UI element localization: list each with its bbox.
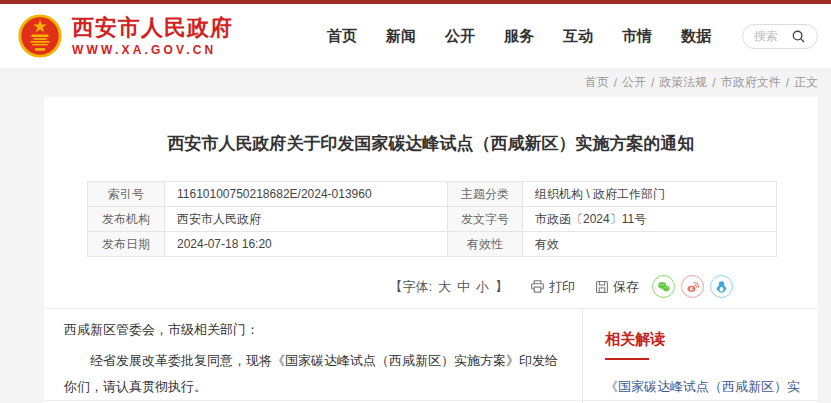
meta-value-issuing-agency: 西安市人民政府 bbox=[165, 207, 448, 232]
breadcrumb-item-public[interactable]: 公开 bbox=[622, 74, 646, 91]
article-card: 西安市人民政府关于印发国家碳达峰试点（西咸新区）实施方案的通知 索引号 1161… bbox=[44, 97, 818, 403]
print-label: 打印 bbox=[549, 278, 575, 296]
breadcrumb-item-policy[interactable]: 政策法规 bbox=[659, 74, 707, 91]
font-size-medium-button[interactable]: 中 bbox=[457, 278, 470, 296]
print-button[interactable]: 打印 bbox=[530, 278, 575, 296]
search-box[interactable] bbox=[742, 24, 818, 49]
meta-value-validity: 有效 bbox=[523, 232, 777, 257]
meta-label-index-number: 索引号 bbox=[88, 182, 165, 207]
bottom-divider bbox=[44, 400, 818, 401]
save-icon bbox=[595, 280, 609, 294]
meta-value-publish-date: 2024-07-18 16:20 bbox=[165, 232, 448, 257]
table-row: 发布机构 西安市人民政府 发文字号 市政函〔2024〕11号 bbox=[88, 207, 777, 232]
qq-icon bbox=[714, 279, 729, 294]
breadcrumb-separator: / bbox=[786, 76, 789, 90]
nav-item-interaction[interactable]: 互动 bbox=[563, 27, 593, 46]
table-row: 发布日期 2024-07-18 16:20 有效性 有效 bbox=[88, 232, 777, 257]
article-toolbar: 【字体: 大 中 小 】 打印 bbox=[44, 257, 818, 308]
table-row: 索引号 11610100750218682E/2024-013960 主题分类 … bbox=[88, 182, 777, 207]
related-interpretation-link[interactable]: 《国家碳达峰试点（西咸新区）实施方案》政策解读 bbox=[605, 374, 800, 403]
nav-item-news[interactable]: 新闻 bbox=[386, 27, 416, 46]
save-button[interactable]: 保存 bbox=[595, 278, 639, 296]
save-label: 保存 bbox=[613, 278, 639, 296]
font-size-small-button[interactable]: 小 bbox=[476, 278, 489, 296]
search-icon[interactable] bbox=[791, 29, 806, 44]
meta-value-topic-category: 组织机构 \ 政府工作部门 bbox=[523, 182, 777, 207]
meta-label-issuing-agency: 发布机构 bbox=[88, 207, 165, 232]
font-label-close: 】 bbox=[495, 278, 508, 296]
body-salutation: 西咸新区管委会，市级相关部门： bbox=[64, 317, 562, 343]
nav-item-public[interactable]: 公开 bbox=[445, 27, 475, 46]
nav-item-services[interactable]: 服务 bbox=[504, 27, 534, 46]
breadcrumb-item-home[interactable]: 首页 bbox=[585, 74, 609, 91]
breadcrumb-item-current: 正文 bbox=[794, 74, 818, 91]
nav-item-home[interactable]: 首页 bbox=[327, 27, 357, 46]
weibo-icon bbox=[685, 279, 700, 294]
related-title-underline bbox=[605, 358, 649, 360]
meta-label-validity: 有效性 bbox=[448, 232, 523, 257]
wechat-icon bbox=[656, 279, 671, 294]
related-interpretation-panel: 相关解读 《国家碳达峰试点（西咸新区）实施方案》政策解读 bbox=[583, 309, 818, 403]
national-emblem-icon bbox=[17, 13, 63, 59]
article-title: 西安市人民政府关于印发国家碳达峰试点（西咸新区）实施方案的通知 bbox=[44, 97, 818, 155]
printer-icon bbox=[530, 279, 545, 294]
content-row: 西咸新区管委会，市级相关部门： 经省发展改革委批复同意，现将《国家碳达峰试点（西… bbox=[44, 309, 818, 403]
meta-label-publish-date: 发布日期 bbox=[88, 232, 165, 257]
site-name: 西安市人民政府 bbox=[72, 16, 233, 40]
search-input[interactable] bbox=[754, 29, 788, 43]
related-panel-title: 相关解读 bbox=[605, 330, 800, 349]
breadcrumb-separator: / bbox=[651, 76, 654, 90]
wechat-share-button[interactable] bbox=[652, 275, 675, 298]
font-size-controls: 【字体: 大 中 小 】 bbox=[389, 278, 508, 296]
breadcrumb-item-documents[interactable]: 市政府文件 bbox=[721, 74, 781, 91]
nav-item-city-info[interactable]: 市情 bbox=[622, 27, 652, 46]
font-size-large-button[interactable]: 大 bbox=[438, 278, 451, 296]
site-logo[interactable]: 西安市人民政府 WWW.XA.GOV.CN bbox=[17, 13, 233, 59]
meta-value-index-number: 11610100750218682E/2024-013960 bbox=[165, 182, 448, 207]
site-header: 西安市人民政府 WWW.XA.GOV.CN 首页 新闻 公开 服务 互动 市情 … bbox=[0, 4, 831, 68]
meta-label-topic-category: 主题分类 bbox=[448, 182, 523, 207]
weibo-share-button[interactable] bbox=[681, 275, 704, 298]
document-meta-table: 索引号 11610100750218682E/2024-013960 主题分类 … bbox=[87, 181, 777, 257]
breadcrumb-separator: / bbox=[614, 76, 617, 90]
share-buttons bbox=[652, 275, 733, 298]
nav-item-data[interactable]: 数据 bbox=[681, 27, 711, 46]
site-url: WWW.XA.GOV.CN bbox=[72, 43, 233, 57]
font-label-open: 【字体: bbox=[389, 278, 432, 296]
meta-value-document-number: 市政函〔2024〕11号 bbox=[523, 207, 777, 232]
article-body: 西咸新区管委会，市级相关部门： 经省发展改革委批复同意，现将《国家碳达峰试点（西… bbox=[44, 309, 583, 403]
meta-label-document-number: 发文字号 bbox=[448, 207, 523, 232]
qq-share-button[interactable] bbox=[710, 275, 733, 298]
main-nav: 首页 新闻 公开 服务 互动 市情 数据 bbox=[327, 24, 818, 49]
breadcrumb-separator: / bbox=[712, 76, 715, 90]
body-paragraph: 经省发展改革委批复同意，现将《国家碳达峰试点（西咸新区）实施方案》印发给你们，请… bbox=[64, 348, 562, 400]
breadcrumb: 首页 / 公开 / 政策法规 / 市政府文件 / 正文 bbox=[0, 68, 831, 97]
